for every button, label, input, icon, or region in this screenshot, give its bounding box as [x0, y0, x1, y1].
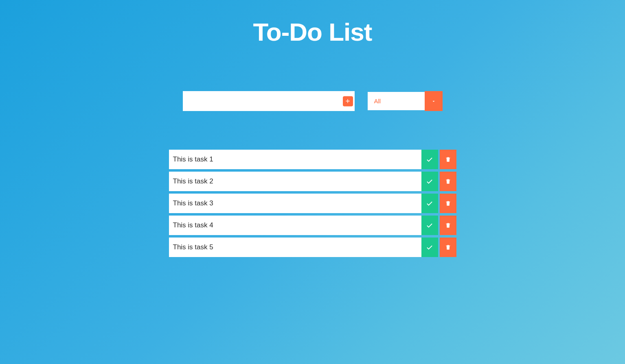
task-text: This is task 3 — [169, 194, 421, 213]
complete-button[interactable] — [421, 216, 438, 235]
trash-icon — [445, 156, 451, 163]
check-icon — [426, 200, 433, 207]
check-icon — [426, 222, 433, 229]
trash-icon — [445, 200, 451, 207]
delete-button[interactable] — [440, 216, 456, 235]
trash-icon — [445, 244, 451, 251]
select-arrow — [425, 91, 443, 111]
plus-icon — [344, 98, 351, 105]
delete-button[interactable] — [440, 194, 456, 213]
task-text: This is task 5 — [169, 238, 421, 257]
add-button[interactable] — [343, 96, 353, 106]
header: To-Do List — [0, 0, 625, 46]
input-wrap — [183, 91, 355, 111]
filter-select[interactable]: All Completed Uncompleted — [368, 92, 425, 110]
trash-icon — [445, 222, 451, 229]
task-text: This is task 2 — [169, 172, 421, 191]
complete-button[interactable] — [421, 150, 438, 169]
filter-wrap: All Completed Uncompleted — [368, 92, 443, 110]
page-title: To-Do List — [0, 17, 625, 46]
todo-list: This is task 1 This is task 2 This is ta… — [169, 150, 456, 257]
complete-button[interactable] — [421, 194, 438, 213]
todo-input[interactable] — [183, 91, 355, 111]
delete-button[interactable] — [440, 238, 456, 257]
delete-button[interactable] — [440, 150, 456, 169]
list-item: This is task 2 — [169, 172, 456, 191]
check-icon — [426, 178, 433, 185]
list-item: This is task 5 — [169, 238, 456, 257]
controls-row: All Completed Uncompleted — [0, 91, 625, 111]
chevron-down-icon — [431, 99, 436, 104]
complete-button[interactable] — [421, 172, 438, 191]
list-item: This is task 4 — [169, 216, 456, 235]
check-icon — [426, 244, 433, 251]
list-item: This is task 1 — [169, 150, 456, 169]
task-text: This is task 1 — [169, 150, 421, 169]
delete-button[interactable] — [440, 172, 456, 191]
task-text: This is task 4 — [169, 216, 421, 235]
list-item: This is task 3 — [169, 194, 456, 213]
trash-icon — [445, 178, 451, 185]
check-icon — [426, 156, 433, 163]
complete-button[interactable] — [421, 238, 438, 257]
